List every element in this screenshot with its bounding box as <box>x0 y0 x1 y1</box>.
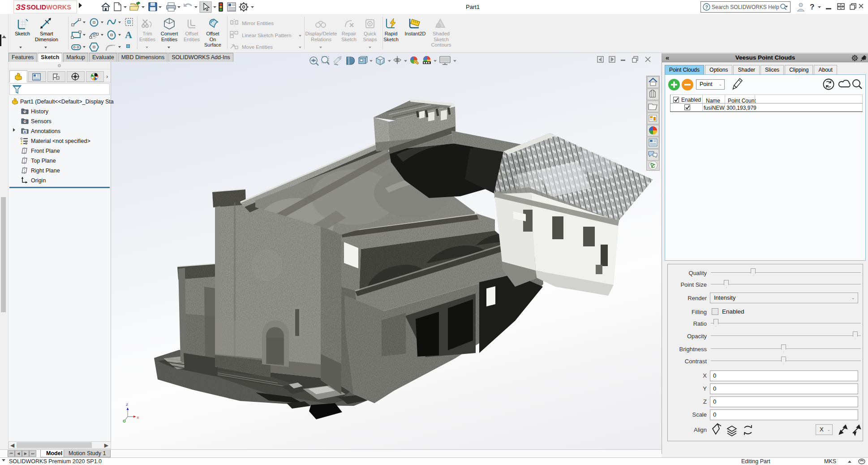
svg-text:X: X <box>137 416 139 420</box>
svg-text:?: ? <box>705 4 708 10</box>
svg-text:?: ? <box>810 3 814 11</box>
svg-text:SOLIDWORKS: SOLIDWORKS <box>26 4 71 11</box>
svg-text:A: A <box>24 130 26 134</box>
svg-text:ЗS: ЗS <box>16 3 26 12</box>
svg-text:Z: Z <box>126 403 128 407</box>
